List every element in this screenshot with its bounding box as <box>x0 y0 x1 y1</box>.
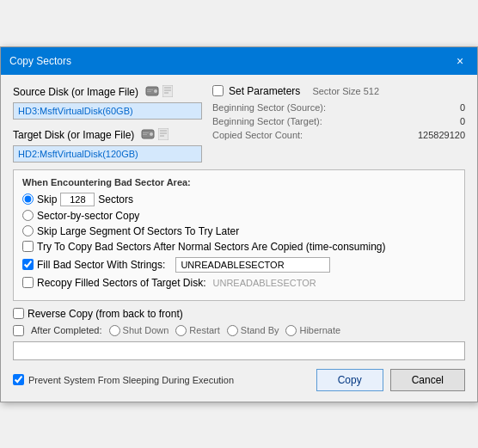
svg-rect-11 <box>143 134 147 135</box>
svg-point-1 <box>154 89 157 93</box>
target-disk-input[interactable] <box>13 145 202 163</box>
svg-rect-12 <box>158 128 169 140</box>
skip-radio[interactable] <box>22 193 34 205</box>
bottom-options: Reverse Copy (from back to front) After … <box>13 308 465 336</box>
shutdown-label: Shut Down <box>123 325 169 335</box>
target-hdd-icon <box>141 128 155 143</box>
fill-label: Fill Bad Sector With Strings: <box>37 259 165 271</box>
set-parameters-checkbox[interactable] <box>212 85 224 96</box>
cancel-button[interactable]: Cancel <box>390 369 465 391</box>
reverse-copy-row: Reverse Copy (from back to front) <box>13 308 465 320</box>
after-completed-label: After Completed: <box>31 325 102 335</box>
fill-row: Fill Bad Sector With Strings: <box>22 257 456 273</box>
fill-checkbox[interactable] <box>22 259 34 270</box>
svg-rect-10 <box>143 132 149 133</box>
source-disk-page-icon <box>162 85 173 100</box>
bad-sector-title: When Encountering Bad Sector Area: <box>22 177 456 187</box>
beginning-target-label: Beginning Sector (Target): <box>212 116 396 126</box>
sectors-label: Sectors <box>98 193 133 206</box>
try-copy-checkbox[interactable] <box>22 241 34 252</box>
skip-large-radio[interactable] <box>22 225 34 236</box>
source-disk-label-row: Source Disk (or Image File) <box>13 85 202 100</box>
shutdown-radio[interactable] <box>109 325 120 336</box>
target-disk-section: Target Disk (or Image File) <box>13 128 202 163</box>
source-disk-input[interactable] <box>13 102 202 120</box>
bad-sector-box: When Encountering Bad Sector Area: Skip … <box>13 169 465 301</box>
copy-sectors-window: Copy Sectors × Source Disk (or Image Fil… <box>0 46 478 402</box>
skip-large-row: Skip Large Segment Of Sectors To Try Lat… <box>22 225 456 237</box>
bottom-bar: Prevent System From Sleeping During Exec… <box>13 369 465 391</box>
try-copy-label: Try To Copy Bad Sectors After Normal Sec… <box>37 241 386 253</box>
target-disk-label: Target Disk (or Image File) <box>13 129 134 141</box>
svg-rect-4 <box>162 85 173 97</box>
hibernate-radio[interactable] <box>285 325 297 336</box>
after-completed-row: After Completed: Shut Down Restart Stand… <box>13 325 465 336</box>
restart-radio[interactable] <box>175 325 187 336</box>
set-parameters-label: Set Parameters <box>229 85 300 97</box>
svg-point-9 <box>150 132 153 136</box>
prevent-sleep-checkbox[interactable] <box>13 374 24 385</box>
copied-sector-row: Copied Sector Count: 125829120 <box>212 130 465 140</box>
beginning-source-row: Beginning Sector (Source): 0 <box>212 102 465 113</box>
standby-radio[interactable] <box>227 325 238 336</box>
sector-by-sector-label: Sector-by-sector Copy <box>37 210 139 222</box>
title-bar: Copy Sectors × <box>1 47 477 75</box>
standby-option: Stand By <box>227 325 279 336</box>
target-disk-label-row: Target Disk (or Image File) <box>13 128 202 143</box>
beginning-source-label: Beginning Sector (Source): <box>212 102 396 113</box>
recopy-label: Recopy Filled Sectors of Target Disk: <box>37 277 206 289</box>
target-disk-page-icon <box>158 128 169 143</box>
params-col: Set Parameters Sector Size 512 Beginning… <box>212 85 465 163</box>
copy-button[interactable]: Copy <box>316 369 383 391</box>
restart-label: Restart <box>189 325 219 335</box>
sector-size-label: Sector Size 512 <box>312 86 379 96</box>
fill-input[interactable] <box>175 257 330 273</box>
try-copy-row: Try To Copy Bad Sectors After Normal Sec… <box>22 241 456 253</box>
recopy-row: Recopy Filled Sectors of Target Disk: UN… <box>22 277 456 289</box>
button-group: Copy Cancel <box>316 369 465 391</box>
skip-large-label: Skip Large Segment Of Sectors To Try Lat… <box>37 225 239 237</box>
after-completed-checkbox[interactable] <box>13 325 24 336</box>
skip-row: Skip Sectors <box>22 193 456 206</box>
hdd-icon <box>145 85 159 100</box>
svg-rect-2 <box>147 89 153 90</box>
source-disk-label: Source Disk (or Image File) <box>13 86 138 98</box>
recopy-value: UNREADABLESECTOR <box>213 278 316 288</box>
beginning-target-value: 0 <box>396 116 465 126</box>
close-button[interactable]: × <box>451 52 469 70</box>
beginning-target-row: Beginning Sector (Target): 0 <box>212 116 465 126</box>
prevent-label-row: Prevent System From Sleeping During Exec… <box>13 374 234 385</box>
top-sections: Source Disk (or Image File) Target <box>13 85 465 163</box>
source-disk-section: Source Disk (or Image File) <box>13 85 202 120</box>
skip-label: Skip <box>37 193 57 206</box>
main-content: Source Disk (or Image File) Target <box>1 75 477 402</box>
reverse-copy-checkbox[interactable] <box>13 308 24 319</box>
standby-label: Stand By <box>241 325 279 335</box>
progress-bar <box>13 341 465 360</box>
reverse-copy-label: Reverse Copy (from back to front) <box>28 308 183 320</box>
copied-sector-label: Copied Sector Count: <box>212 130 396 140</box>
prevent-sleep-label: Prevent System From Sleeping During Exec… <box>28 375 234 385</box>
window-title: Copy Sectors <box>9 55 71 67</box>
hibernate-label: Hibernate <box>299 325 340 335</box>
svg-rect-3 <box>147 91 151 92</box>
copied-sector-value: 125829120 <box>396 130 465 140</box>
disk-col: Source Disk (or Image File) Target <box>13 85 202 163</box>
shutdown-option: Shut Down <box>109 325 169 336</box>
skip-input[interactable] <box>60 193 95 206</box>
sector-by-sector-radio[interactable] <box>22 210 34 221</box>
params-header: Set Parameters Sector Size 512 <box>212 85 465 97</box>
recopy-checkbox[interactable] <box>22 277 34 288</box>
hibernate-option: Hibernate <box>285 325 340 336</box>
restart-option: Restart <box>175 325 219 336</box>
beginning-source-value: 0 <box>396 102 465 113</box>
sector-by-sector-row: Sector-by-sector Copy <box>22 210 456 222</box>
